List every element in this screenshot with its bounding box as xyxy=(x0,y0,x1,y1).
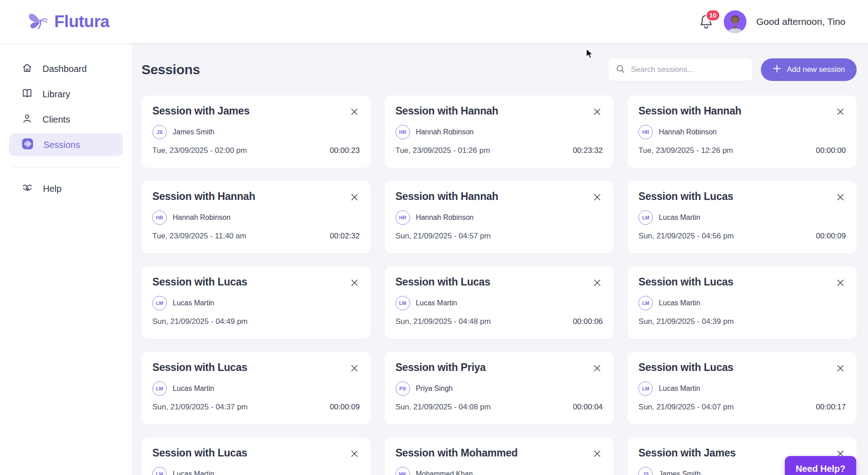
header-right: 10 Good afternoon, Tino xyxy=(698,10,845,33)
client-initials-avatar: LM xyxy=(638,296,653,310)
session-timer: 00:00:06 xyxy=(573,317,603,326)
client-initials-avatar: HR xyxy=(396,210,410,225)
session-timer: 00:02:32 xyxy=(330,232,359,241)
client-name: Lucas Martin xyxy=(416,299,458,307)
session-card[interactable]: Session with Lucas LM Lucas Martin Sun, … xyxy=(142,352,371,424)
close-session-button[interactable] xyxy=(591,362,604,375)
session-card-title: Session with Lucas xyxy=(152,447,247,459)
plus-icon xyxy=(773,64,781,75)
sidebar-item-help[interactable]: Help xyxy=(9,177,123,200)
session-card[interactable]: Session with Lucas LM Lucas Martin Sun, … xyxy=(142,266,371,339)
close-session-button[interactable] xyxy=(834,362,847,375)
client-name: Lucas Martin xyxy=(173,470,214,475)
add-new-session-button[interactable]: Add new session xyxy=(761,58,857,81)
client-initials-avatar: LM xyxy=(396,296,410,310)
client-initials-avatar: JS xyxy=(152,125,167,139)
close-session-button[interactable] xyxy=(348,105,361,118)
sidebar-item-label: Clients xyxy=(42,114,70,125)
client-name: Hannah Robinson xyxy=(416,128,474,136)
client-name: Lucas Martin xyxy=(173,299,214,307)
close-session-button[interactable] xyxy=(348,191,361,204)
notifications-button[interactable]: 10 xyxy=(698,13,714,30)
client-initials-avatar: LM xyxy=(638,381,653,396)
session-card[interactable]: Session with Lucas LM Lucas Martin Sun, … xyxy=(627,266,857,339)
brand-logo[interactable]: Flutura xyxy=(26,9,109,34)
session-card-title: Session with Hannah xyxy=(152,190,255,203)
client-initials-avatar: LM xyxy=(152,467,167,475)
session-timer: 00:00:17 xyxy=(816,403,846,412)
client-initials-avatar: HR xyxy=(638,125,653,139)
session-card-title: Session with Mohammed xyxy=(396,447,518,459)
close-session-button[interactable] xyxy=(834,276,847,289)
client-initials-avatar: LM xyxy=(152,381,167,396)
close-session-button[interactable] xyxy=(591,447,604,460)
session-card[interactable]: Session with Mohammed MK Mohammed Khan xyxy=(385,437,614,475)
greeting-text: Good afternoon, Tino xyxy=(756,16,845,27)
session-datetime: Tue, 23/09/2025 - 11:40 am xyxy=(152,232,246,241)
session-card-title: Session with Lucas xyxy=(396,276,491,288)
close-session-button[interactable] xyxy=(348,447,361,460)
session-datetime: Sun, 21/09/2025 - 04:56 pm xyxy=(638,232,734,241)
session-timer: 00:00:09 xyxy=(816,232,846,241)
session-datetime: Tue, 23/09/2025 - 02:00 pm xyxy=(152,146,247,155)
session-card[interactable]: Session with Priya PS Priya Singh Sun, 2… xyxy=(385,352,614,424)
client-initials-avatar: JS xyxy=(638,467,653,475)
session-card-title: Session with James xyxy=(152,105,250,117)
client-name: Hannah Robinson xyxy=(659,128,717,136)
session-card-title: Session with James xyxy=(638,447,736,459)
session-card[interactable]: Session with Hannah HR Hannah Robinson T… xyxy=(142,181,371,253)
close-session-button[interactable] xyxy=(591,276,604,289)
session-datetime: Sun, 21/09/2025 - 04:08 pm xyxy=(396,403,491,412)
client-name: Mohammed Khan xyxy=(416,470,473,475)
search-input[interactable] xyxy=(631,65,745,74)
session-datetime: Sun, 21/09/2025 - 04:48 pm xyxy=(396,317,491,326)
close-session-button[interactable] xyxy=(591,105,604,118)
sidebar-item-dashboard[interactable]: Dashboard xyxy=(9,57,123,80)
session-datetime: Sun, 21/09/2025 - 04:39 pm xyxy=(638,317,734,326)
close-session-button[interactable] xyxy=(348,276,361,289)
session-datetime: Sun, 21/09/2025 - 04:37 pm xyxy=(152,403,248,412)
brand-name: Flutura xyxy=(54,12,109,31)
session-datetime: Tue, 23/09/2025 - 12:26 pm xyxy=(638,146,733,155)
sessions-grid: Session with James JS James Smith Tue, 2… xyxy=(142,95,857,475)
search-icon xyxy=(616,64,625,76)
session-card[interactable]: Session with Hannah HR Hannah Robinson T… xyxy=(627,95,857,168)
session-datetime: Tue, 23/09/2025 - 01:26 pm xyxy=(396,146,490,155)
session-card-title: Session with Hannah xyxy=(638,105,741,117)
client-name: James Smith xyxy=(173,128,214,136)
client-initials-avatar: LM xyxy=(152,296,167,310)
client-initials-avatar: PS xyxy=(396,381,410,396)
client-name: Lucas Martin xyxy=(173,385,214,393)
session-datetime: Sun, 21/09/2025 - 04:49 pm xyxy=(152,317,248,326)
sidebar-item-sessions[interactable]: Sessions xyxy=(9,133,123,156)
session-card[interactable]: Session with Lucas LM Lucas Martin Sun, … xyxy=(627,181,857,253)
session-card[interactable]: Session with Hannah HR Hannah Robinson T… xyxy=(385,95,614,168)
sidebar-item-label: Dashboard xyxy=(42,64,87,74)
client-name: Lucas Martin xyxy=(659,299,700,307)
session-card-title: Session with Lucas xyxy=(638,276,733,288)
top-header: Flutura 10 Good afternoon, Tino xyxy=(0,0,868,43)
close-session-button[interactable] xyxy=(348,362,361,375)
sidebar: Dashboard Library Clients xyxy=(0,43,132,475)
session-card-title: Session with Hannah xyxy=(396,190,499,203)
search-box xyxy=(609,58,752,81)
session-card[interactable]: Session with James JS James Smith Tue, 2… xyxy=(142,95,371,168)
need-help-button[interactable]: Need Help? xyxy=(785,456,856,475)
session-card[interactable]: Session with Lucas LM Lucas Martin Sun, … xyxy=(385,266,614,339)
session-card-title: Session with Lucas xyxy=(638,361,733,374)
sidebar-item-clients[interactable]: Clients xyxy=(9,108,123,131)
sidebar-item-library[interactable]: Library xyxy=(9,83,123,105)
close-session-button[interactable] xyxy=(591,191,604,204)
session-card[interactable]: Session with Lucas LM Lucas Martin Sun, … xyxy=(627,352,857,424)
close-session-button[interactable] xyxy=(834,191,847,204)
session-card[interactable]: Session with Hannah HR Hannah Robinson S… xyxy=(385,181,614,253)
user-avatar[interactable] xyxy=(724,10,746,33)
session-card-title: Session with Hannah xyxy=(396,105,499,117)
add-button-label: Add new session xyxy=(787,65,845,74)
session-timer: 00:23:32 xyxy=(573,146,603,155)
handshake-icon xyxy=(22,182,33,195)
session-card[interactable]: Session with Lucas LM Lucas Martin xyxy=(142,437,371,475)
session-timer: 00:00:23 xyxy=(330,146,359,155)
page-title: Sessions xyxy=(142,62,200,77)
close-session-button[interactable] xyxy=(834,105,847,118)
